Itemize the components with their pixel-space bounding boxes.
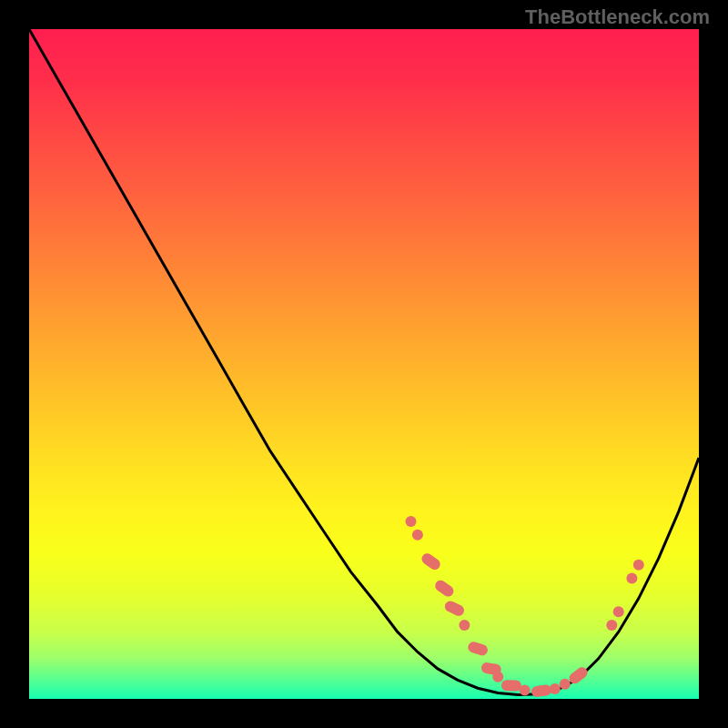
watermark-text: TheBottleneck.com [525, 5, 710, 29]
curve-marker [531, 684, 551, 698]
curve-marker [420, 551, 442, 571]
curve-marker [633, 560, 644, 571]
curve-marker [412, 530, 423, 541]
curve-marker [560, 679, 571, 690]
curve-svg [29, 29, 699, 699]
curve-marker [443, 599, 466, 617]
curve-marker [467, 641, 490, 657]
curve-marker [606, 620, 617, 631]
curve-marker [492, 672, 503, 682]
curve-marker [501, 680, 521, 692]
curve-marker [406, 516, 417, 527]
curve-marker [459, 620, 470, 631]
curve-marker [433, 578, 456, 598]
bottleneck-curve [29, 29, 699, 695]
curve-marker [626, 573, 637, 584]
curve-marker [613, 606, 624, 617]
plot-area [29, 29, 699, 699]
curve-marker [550, 683, 561, 694]
curve-marker [520, 684, 531, 695]
